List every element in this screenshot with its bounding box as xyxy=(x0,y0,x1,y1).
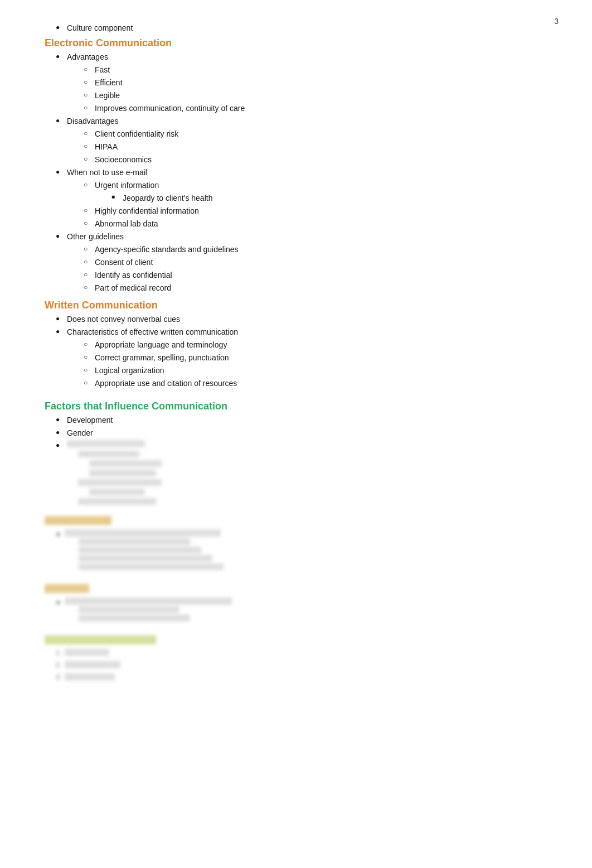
disadvantages-sublist: Client confidentiality risk HIPAA Socioe… xyxy=(67,128,547,166)
blurred-section-3: ● xyxy=(45,584,547,624)
other-guidelines-item: Other guidelines Agency-specific standar… xyxy=(56,231,547,294)
urgent-sub: Jeopardy to client's health xyxy=(95,192,547,204)
correct-grammar-item: Correct grammar, spelling, punctuation xyxy=(84,352,547,364)
development-item: Development xyxy=(56,414,547,426)
culture-component-item: Culture component xyxy=(56,22,547,34)
urgent-info-item: Urgent information Jeopardy to client's … xyxy=(84,180,547,204)
abnormal-lab-item: Abnormal lab data xyxy=(84,218,547,230)
blurred-content xyxy=(67,440,547,505)
disadvantage-socioeconomics: Socioeconomics xyxy=(84,154,547,166)
characteristics-sublist: Appropriate language and terminology Cor… xyxy=(67,339,547,389)
highly-confidential-item: Highly confidential information xyxy=(84,205,547,217)
factors-heading: Factors that Influence Communication xyxy=(45,401,547,412)
agency-standards-item: Agency-specific standards and guidelines xyxy=(84,244,547,255)
appropriate-use-item: Appropriate use and citation of resource… xyxy=(84,378,547,389)
characteristics-item: Characteristics of effective written com… xyxy=(56,326,547,389)
gender-item: Gender xyxy=(56,427,547,439)
advantages-item: Advantages Fast Efficient Legible Improv… xyxy=(56,51,547,114)
disadvantage-hipaa: HIPAA xyxy=(84,141,547,153)
nonverbal-cues-item: Does not convey nonverbal cues xyxy=(56,314,547,325)
advantage-improves: Improves communication, continuity of ca… xyxy=(84,103,547,114)
appropriate-language-item: Appropriate language and terminology xyxy=(84,339,547,351)
factors-list: Development Gender xyxy=(45,414,547,505)
blurred-section-4: 1. 2. 3. xyxy=(45,635,547,683)
page-number: 3 xyxy=(554,17,559,26)
advantages-list: Advantages Fast Efficient Legible Improv… xyxy=(45,51,547,294)
when-not-sublist: Urgent information Jeopardy to client's … xyxy=(67,180,547,230)
disadvantage-confidentiality: Client confidentiality risk xyxy=(84,128,547,140)
when-not-item: When not to use e-mail Urgent informatio… xyxy=(56,167,547,230)
other-guidelines-sublist: Agency-specific standards and guidelines… xyxy=(67,244,547,294)
advantage-legible: Legible xyxy=(84,90,547,102)
advantage-fast: Fast xyxy=(84,64,547,76)
consent-item: Consent of client xyxy=(84,257,547,268)
advantage-efficient: Efficient xyxy=(84,77,547,89)
advantages-sublist: Fast Efficient Legible Improves communic… xyxy=(67,64,547,114)
electronic-communication-heading: Electronic Communication xyxy=(45,37,547,49)
jeopardy-item: Jeopardy to client's health xyxy=(111,192,547,204)
medical-record-item: Part of medical record xyxy=(84,282,547,294)
identify-confidential-item: Identify as confidential xyxy=(84,269,547,281)
written-comm-list: Does not convey nonverbal cues Character… xyxy=(45,314,547,389)
blurred-item xyxy=(56,440,547,505)
logical-organization-item: Logical organization xyxy=(84,365,547,377)
page-container: 3 Culture component Electronic Communica… xyxy=(0,0,592,719)
blurred-section-2: ● xyxy=(45,516,547,573)
disadvantages-item: Disadvantages Client confidentiality ris… xyxy=(56,115,547,166)
top-bullet-item: Culture component xyxy=(45,22,547,34)
written-communication-heading: Written Communication xyxy=(45,300,547,311)
